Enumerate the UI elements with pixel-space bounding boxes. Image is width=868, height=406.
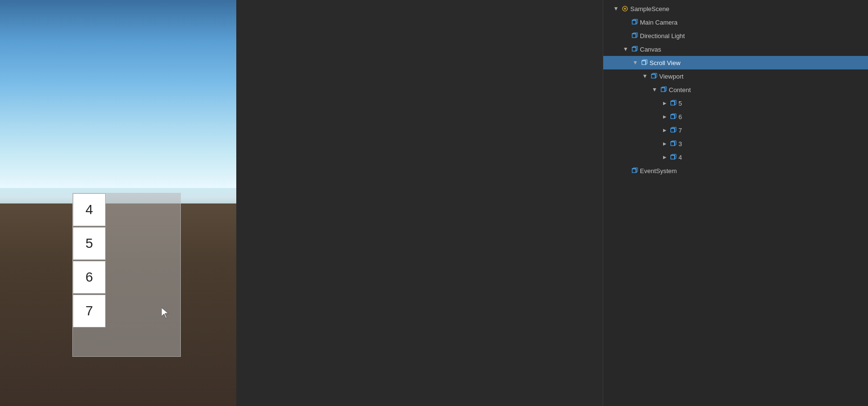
game-view: 4 5 6 7 xyxy=(0,0,236,406)
hierarchy-item-viewport[interactable]: ▶ Viewport xyxy=(603,69,868,83)
scroll-item-6[interactable]: 6 xyxy=(73,261,106,294)
item4-label: 4 xyxy=(678,154,682,161)
expand-arrow-item6: ▶ xyxy=(661,113,668,120)
cube-icon-item4 xyxy=(670,154,677,161)
expand-arrow-item7: ▶ xyxy=(661,127,668,134)
hierarchy-item-canvas[interactable]: ▶ Canvas xyxy=(603,42,868,56)
cube-icon-directional-light xyxy=(631,32,638,39)
scene-icon-samplescene xyxy=(622,5,628,12)
svg-rect-17 xyxy=(661,88,665,92)
svg-rect-26 xyxy=(671,128,675,132)
expand-arrow-viewport: ▶ xyxy=(642,73,649,80)
scroll-view-label: Scroll View xyxy=(650,59,680,67)
svg-rect-8 xyxy=(632,47,636,51)
hierarchy-item-main-camera[interactable]: ▶ Main Camera xyxy=(603,15,868,29)
expand-arrow-item5: ▶ xyxy=(661,100,668,107)
item3-label: 3 xyxy=(678,140,682,148)
svg-rect-14 xyxy=(651,74,655,78)
expand-arrow-item4: ▶ xyxy=(661,154,668,161)
cube-icon-main-camera xyxy=(631,19,638,26)
hierarchy-item-4[interactable]: ▶ 4 xyxy=(603,150,868,164)
hierarchy-item-content[interactable]: ▶ Content xyxy=(603,83,868,96)
hierarchy-panel: ▶ SampleScene ▶ Main Camera ▶ xyxy=(603,0,868,406)
cube-icon-item3 xyxy=(670,140,677,147)
expand-arrow-content: ▶ xyxy=(651,86,658,93)
cube-icon-canvas xyxy=(631,46,638,53)
cube-icon-content xyxy=(660,86,667,93)
samplescene-label: SampleScene xyxy=(630,5,669,13)
scroll-item-5[interactable]: 5 xyxy=(73,227,106,260)
scroll-view-game-overlay: 4 5 6 7 xyxy=(72,193,181,357)
svg-rect-5 xyxy=(632,34,636,38)
hierarchy-item-samplescene[interactable]: ▶ SampleScene xyxy=(603,2,868,15)
content-label: Content xyxy=(669,86,691,94)
scroll-item-4[interactable]: 4 xyxy=(73,193,106,226)
cube-icon-scroll-view xyxy=(641,59,648,66)
svg-rect-20 xyxy=(671,101,675,105)
hierarchy-item-5[interactable]: ▶ 5 xyxy=(603,96,868,110)
sky xyxy=(0,0,236,207)
expand-arrow-item3: ▶ xyxy=(661,140,668,147)
directional-light-label: Directional Light xyxy=(640,32,685,40)
viewport-label: Viewport xyxy=(659,73,683,80)
hierarchy-item-7[interactable]: ▶ 7 xyxy=(603,123,868,137)
hierarchy-item-eventsystem[interactable]: ▶ EventSystem xyxy=(603,164,868,177)
eventsystem-label: EventSystem xyxy=(640,167,677,175)
expand-arrow-canvas: ▶ xyxy=(623,46,629,53)
hierarchy-item-directional-light[interactable]: ▶ Directional Light xyxy=(603,29,868,42)
cube-icon-item6 xyxy=(670,113,677,120)
cube-icon-viewport xyxy=(651,73,657,80)
scroll-items-list: 4 5 6 7 xyxy=(73,193,106,328)
cube-icon-item5 xyxy=(670,100,677,107)
canvas-label: Canvas xyxy=(640,46,661,53)
expand-arrow-samplescene: ▶ xyxy=(613,5,620,12)
hierarchy-item-scroll-view[interactable]: ▶ Scroll View xyxy=(603,56,868,69)
svg-rect-2 xyxy=(632,20,636,24)
item6-label: 6 xyxy=(678,113,682,121)
hierarchy-item-3[interactable]: ▶ 3 xyxy=(603,137,868,150)
svg-rect-35 xyxy=(632,169,636,173)
svg-rect-23 xyxy=(671,115,675,119)
svg-rect-11 xyxy=(642,61,646,65)
middle-panel xyxy=(236,0,603,406)
scroll-item-7[interactable]: 7 xyxy=(73,295,106,327)
item7-label: 7 xyxy=(678,127,682,134)
expand-arrow-scroll-view: ▶ xyxy=(632,59,639,66)
svg-point-1 xyxy=(624,8,626,10)
item5-label: 5 xyxy=(678,100,682,107)
main-camera-label: Main Camera xyxy=(640,19,678,26)
svg-rect-32 xyxy=(671,155,675,159)
cube-icon-eventsystem xyxy=(631,167,638,174)
svg-rect-29 xyxy=(671,142,675,146)
cube-icon-item7 xyxy=(670,127,677,134)
hierarchy-item-6[interactable]: ▶ 6 xyxy=(603,110,868,123)
